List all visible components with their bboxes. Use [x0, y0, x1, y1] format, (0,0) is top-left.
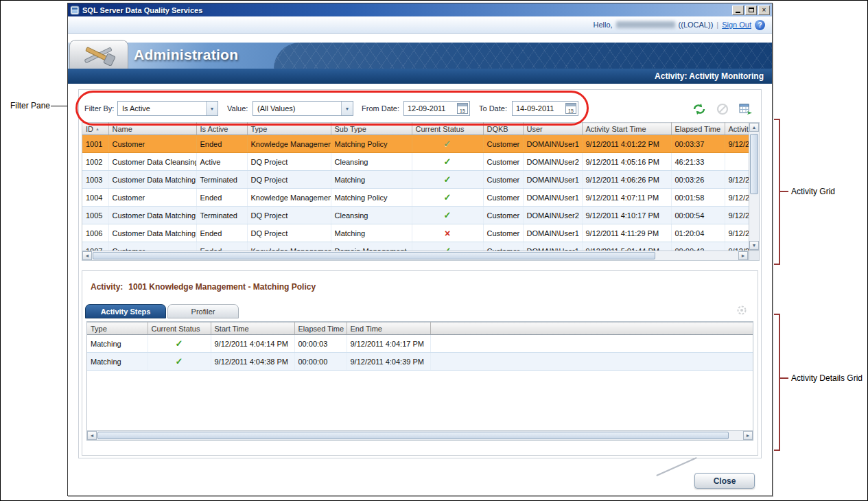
activity-details-grid: TypeCurrent StatusStart TimeElapsed Time… — [86, 321, 753, 441]
column-header-type[interactable]: Type — [87, 323, 148, 335]
server-name: ((LOCAL)) — [679, 21, 714, 29]
scrollbar-thumb[interactable] — [97, 432, 729, 439]
column-header-filler — [430, 323, 753, 335]
activity-grid-row[interactable]: 1002Customer Data CleansingActiveDQ Proj… — [82, 153, 749, 171]
value-label: Value: — [227, 104, 248, 113]
close-button[interactable]: Close — [694, 473, 755, 489]
scroll-down-icon[interactable]: ▼ — [749, 241, 759, 250]
column-header-is_active[interactable]: Is Active — [196, 123, 247, 135]
details-activity-name: 1001 Knowledge Management - Matching Pol… — [128, 282, 316, 292]
annotation-activity-grid-label: Activity Grid — [791, 187, 835, 196]
activity-grid-row[interactable]: 1001CustomerEndedKnowledge ManagementMat… — [82, 135, 749, 153]
column-header-user[interactable]: User — [523, 123, 582, 135]
column-header-elapsed[interactable]: Elapsed Time — [671, 123, 725, 135]
column-header-name[interactable]: Name — [108, 123, 196, 135]
scrollbar-thumb[interactable] — [750, 134, 758, 194]
activity-context-label: Activity: Activity Monitoring — [655, 71, 764, 81]
column-header-status[interactable]: Current Status — [148, 323, 211, 335]
filter-by-select[interactable]: Is Active ▼ — [117, 101, 218, 116]
app-window: SQL Server Data Quality Services × Hello… — [67, 3, 773, 496]
chevron-down-icon: ▼ — [341, 102, 353, 115]
scroll-left-icon[interactable]: ◄ — [87, 431, 97, 440]
scroll-right-icon[interactable]: ► — [743, 431, 753, 440]
details-grid-viewport: TypeCurrent StatusStart TimeElapsed Time… — [87, 322, 753, 430]
bracket-tick — [780, 377, 788, 379]
export-to-excel-icon[interactable] — [738, 102, 754, 117]
restore-icon[interactable] — [745, 5, 757, 15]
from-date-label: From Date: — [362, 104, 399, 113]
separator: | — [716, 21, 718, 29]
filter-by-value: Is Active — [118, 102, 206, 115]
column-header-dqkb[interactable]: DQKB — [483, 123, 523, 135]
help-icon[interactable]: ? — [755, 20, 765, 30]
annotation-filter-pane-label: Filter Pane — [10, 101, 50, 110]
column-header-id[interactable]: ID▲ — [82, 123, 108, 135]
bracket-tick — [774, 450, 780, 451]
column-header-sub_type[interactable]: Sub Type — [331, 123, 412, 135]
sign-out-link[interactable]: Sign Out — [722, 21, 751, 29]
scroll-right-icon[interactable]: ► — [738, 251, 748, 260]
activity-grid-row[interactable]: 1006Customer Data MatchingEndedDQ Projec… — [82, 224, 749, 242]
window-title: SQL Server Data Quality Services — [82, 6, 732, 14]
scrollbar-thumb[interactable] — [93, 252, 655, 259]
tab-activity-steps[interactable]: Activity Steps — [85, 304, 166, 318]
footer-divider — [656, 457, 696, 476]
activity-grid-row[interactable]: 1005Customer Data MatchingTerminatedDQ P… — [82, 207, 749, 224]
titlebar: SQL Server Data Quality Services × — [68, 3, 772, 16]
app-icon — [70, 5, 80, 15]
admin-tools-icon — [80, 44, 118, 66]
activity-grid: ID▲NameIs ActiveTypeSub TypeCurrent Stat… — [82, 122, 760, 261]
page-title: Administration — [134, 47, 238, 63]
scroll-up-icon[interactable]: ▲ — [749, 123, 759, 132]
calendar-icon[interactable]: 15 — [457, 103, 468, 114]
annotation-details-grid-label: Activity Details Grid — [791, 373, 863, 383]
calendar-icon[interactable]: 15 — [565, 103, 576, 114]
value-select[interactable]: (All Values) ▼ — [253, 101, 353, 116]
bracket-tick — [774, 314, 780, 315]
scroll-left-icon[interactable]: ◄ — [82, 251, 92, 260]
scrollbar-corner — [749, 250, 760, 261]
activity-grid-row[interactable]: 1007CustomerEndedKnowledge ManagementDom… — [82, 242, 749, 251]
to-date-value: 14-09-2011 — [513, 104, 565, 113]
to-date-input[interactable]: 14-09-2011 15 — [512, 101, 578, 116]
failure-x-icon: × — [445, 228, 450, 239]
column-header-end_time[interactable]: Activity End Time — [725, 123, 749, 135]
sort-ascending-icon: ▲ — [95, 127, 99, 131]
column-header-elapsed[interactable]: Elapsed Time — [294, 323, 347, 335]
terminate-activity-icon — [714, 102, 731, 117]
details-title: Activity:1001 Knowledge Management - Mat… — [91, 282, 316, 292]
success-check-icon: ✓ — [444, 192, 451, 202]
calendar-day: 15 — [460, 108, 465, 113]
success-check-icon: ✓ — [176, 338, 183, 349]
success-check-icon: ✓ — [444, 210, 451, 220]
value-value: (All Values) — [253, 102, 341, 115]
column-header-end[interactable]: End Time — [347, 323, 430, 335]
column-header-type[interactable]: Type — [247, 123, 331, 135]
details-grid-row[interactable]: Matching✓9/12/2011 4:04:38 PM00:00:009/1… — [87, 353, 753, 371]
details-grid-row[interactable]: Matching✓9/12/2011 4:04:14 PM00:00:039/1… — [87, 335, 753, 353]
activity-details-panel: Activity:1001 Knowledge Management - Mat… — [82, 270, 758, 456]
page-banner: Activity: Activity Monitoring Administra… — [68, 43, 772, 84]
filter-by-label: Filter By: — [84, 104, 114, 113]
horizontal-scrollbar[interactable]: ◄ ► — [82, 250, 749, 261]
refresh-icon[interactable] — [691, 102, 707, 117]
close-icon[interactable]: × — [758, 5, 770, 15]
annotated-screenshot: Filter Pane Activity Grid Activity Detai… — [0, 0, 868, 501]
success-check-icon: ✓ — [444, 156, 451, 167]
column-header-start_time[interactable]: Activity Start Time — [582, 123, 671, 135]
user-name-redacted — [616, 21, 675, 28]
activity-grid-row[interactable]: 1004CustomerEndedKnowledge ManagementMat… — [82, 189, 749, 207]
settings-gear-icon — [736, 304, 748, 319]
tab-profiler[interactable]: Profiler — [167, 304, 239, 318]
success-check-icon: ✓ — [444, 174, 451, 185]
success-check-icon: ✓ — [444, 246, 451, 250]
minimize-icon[interactable] — [732, 5, 744, 15]
details-horizontal-scrollbar[interactable]: ◄ ► — [87, 430, 753, 440]
vertical-scrollbar[interactable]: ▲ ▼ — [749, 122, 760, 250]
column-header-start[interactable]: Start Time — [211, 323, 294, 335]
calendar-day: 15 — [568, 108, 574, 113]
from-date-input[interactable]: 12-09-2011 15 — [403, 101, 470, 116]
activity-grid-viewport: ID▲NameIs ActiveTypeSub TypeCurrent Stat… — [82, 122, 749, 250]
activity-grid-row[interactable]: 1003Customer Data MatchingTerminatedDQ P… — [82, 171, 749, 189]
column-header-status[interactable]: Current Status — [412, 123, 483, 135]
